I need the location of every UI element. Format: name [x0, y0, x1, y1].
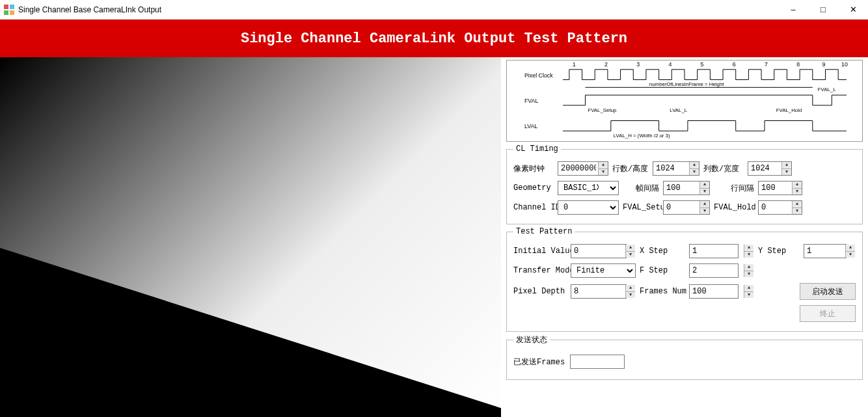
annot-lval-l: LVAL_L — [670, 107, 687, 113]
start-send-button[interactable]: 启动发送 — [800, 283, 856, 300]
transfer-mode-field-label: Transfer Mode — [513, 266, 567, 275]
fval-setup-field-label: FVAL_Setup — [623, 203, 659, 212]
stop-button[interactable]: 终止 — [800, 305, 856, 322]
pixel-depth-input[interactable] — [571, 284, 627, 299]
test-pattern-group: Test Pattern Initial Value ▲▼ X Step ▲▼ … — [506, 227, 863, 332]
settings-panel: 1 2 3 4 5 6 7 8 9 10 Pixel Clock FVAL LV… — [501, 57, 868, 417]
xstep-field-label: X Step — [640, 247, 685, 256]
spin-buttons[interactable]: ▲▼ — [699, 182, 709, 195]
annot-lval-h: LVAL_H = (Width /2 or 3) — [614, 133, 670, 139]
spin-buttons[interactable]: ▲▼ — [744, 285, 753, 298]
cl-timing-group: CL Timing 像素时钟 ▲▼ 行数/高度 ▲▼ 列数/宽度 ▲▼ Geom… — [506, 144, 863, 224]
test-pattern-legend: Test Pattern — [513, 227, 575, 236]
window-title: Single Channel Base CameraLInk Output — [18, 5, 161, 14]
lval-label: LVAL — [524, 123, 537, 129]
channel-id-field-label: Channel ID — [513, 203, 554, 212]
spin-buttons[interactable]: ▲▼ — [699, 201, 709, 214]
line-gap-field-label: 行间隔 — [714, 183, 754, 194]
page-header: Single Channel CameraLink Output Test Pa… — [0, 20, 868, 57]
channel-id-select[interactable]: 0 — [558, 200, 619, 215]
spin-buttons[interactable]: ▲▼ — [689, 162, 699, 175]
tick-3: 3 — [636, 61, 640, 68]
rows-field-label: 行数/高度 — [612, 163, 649, 174]
annot-fval-hold: FVAL_Hold — [776, 107, 802, 113]
minimize-button[interactable]: – — [778, 0, 808, 20]
frames-num-input[interactable] — [689, 284, 739, 299]
initial-value-input[interactable] — [571, 244, 627, 258]
send-status-legend: 发送状态 — [513, 334, 550, 345]
tick-4: 4 — [668, 61, 671, 68]
maximize-button[interactable]: □ — [808, 0, 838, 20]
pixel-depth-field-label: Pixel Depth — [513, 287, 567, 296]
initial-value-field-label: Initial Value — [513, 247, 567, 256]
fstep-field-label: F Step — [640, 266, 685, 275]
cols-field-label: 列数/宽度 — [703, 163, 744, 174]
spin-buttons[interactable]: ▲▼ — [792, 182, 802, 195]
tick-9: 9 — [822, 61, 826, 68]
frames-num-field-label: Frames Num — [640, 287, 685, 296]
geometry-select[interactable]: BASIC_1X2_ — [558, 181, 619, 195]
pixel-clock-field-label: 像素时钟 — [513, 163, 554, 174]
fval-label: FVAL — [524, 98, 539, 104]
pixel-clock-label: Pixel Clock — [524, 72, 553, 79]
spin-buttons[interactable]: ▲▼ — [744, 264, 753, 277]
ystep-field-label: Y Step — [758, 247, 800, 256]
tick-10: 10 — [841, 61, 848, 68]
spin-buttons[interactable]: ▲▼ — [625, 245, 635, 258]
sent-frames-label: 已发送Frames — [513, 356, 565, 368]
titlebar: Single Channel Base CameraLInk Output – … — [0, 0, 868, 20]
ystep-input[interactable] — [804, 244, 847, 258]
send-status-group: 发送状态 已发送Frames — [506, 334, 863, 380]
annot-numlines: numberOfLinesInFrame = Height — [649, 81, 724, 87]
spin-buttons[interactable]: ▲▼ — [781, 162, 791, 175]
spin-buttons[interactable]: ▲▼ — [625, 285, 635, 298]
tick-6: 6 — [733, 61, 736, 68]
spin-buttons[interactable]: ▲▼ — [792, 201, 802, 214]
fval-hold-field-label: FVAL_Hold — [714, 203, 754, 212]
fstep-input[interactable] — [689, 263, 739, 278]
transfer-mode-select[interactable]: Finite — [571, 263, 636, 278]
app-icon — [4, 5, 14, 15]
page-title: Single Channel CameraLink Output Test Pa… — [241, 31, 627, 47]
close-button[interactable]: ✕ — [838, 0, 868, 20]
tick-5: 5 — [701, 61, 704, 68]
annot-fval-setup: FVAL_Setup — [588, 107, 617, 113]
test-pattern-preview — [0, 57, 501, 417]
xstep-input[interactable] — [689, 244, 739, 258]
spin-buttons[interactable]: ▲▼ — [845, 245, 855, 258]
annot-fval-l: FVAL_L — [818, 87, 836, 92]
tick-7: 7 — [765, 61, 768, 68]
spin-buttons[interactable]: ▲▼ — [598, 162, 608, 175]
cl-timing-legend: CL Timing — [513, 144, 561, 154]
timing-diagram: 1 2 3 4 5 6 7 8 9 10 Pixel Clock FVAL LV… — [506, 60, 863, 142]
spin-buttons[interactable]: ▲▼ — [744, 245, 753, 258]
tick-8: 8 — [796, 61, 800, 68]
geometry-field-label: Geometry — [513, 183, 554, 193]
frame-gap-field-label: 帧间隔 — [623, 183, 659, 194]
tick-1: 1 — [573, 61, 576, 68]
tick-2: 2 — [604, 61, 608, 68]
sent-frames-output — [570, 355, 625, 369]
